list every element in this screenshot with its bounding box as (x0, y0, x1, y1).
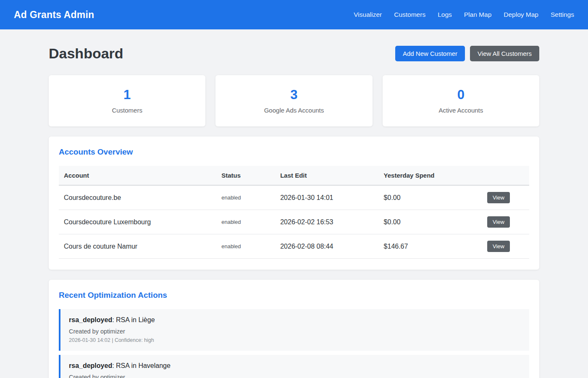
accounts-table-header-row: Account Status Last Edit Yesterday Spend (59, 166, 529, 185)
add-new-customer-button[interactable]: Add New Customer (395, 46, 465, 61)
stat-label-active-accounts: Active Accounts (438, 107, 483, 114)
account-name: Cours de couture Namur (59, 234, 216, 259)
view-account-button[interactable]: View (487, 216, 510, 228)
list-item: rsa_deployed: RSA in Havelange Created b… (59, 355, 529, 378)
nav-item-plan-map[interactable]: Plan Map (464, 11, 491, 18)
stat-label-google-ads-accounts: Google Ads Accounts (264, 107, 324, 114)
header-buttons: Add New Customer View All Customers (395, 46, 539, 61)
account-status: enabled (216, 185, 275, 210)
nav-item-visualizer[interactable]: Visualizer (354, 11, 382, 18)
action-type: rsa_deployed (69, 316, 112, 323)
account-status: enabled (216, 234, 275, 259)
action-list: rsa_deployed: RSA in Liège Created by op… (59, 309, 529, 378)
action-meta: 2026-01-30 14:02 | Confidence: high (69, 337, 521, 343)
action-created-by: Created by optimizer (69, 328, 521, 335)
view-all-customers-button[interactable]: View All Customers (470, 46, 539, 61)
table-row: Cours de couture Namur enabled 2026-02-0… (59, 234, 529, 259)
accounts-table: Account Status Last Edit Yesterday Spend… (59, 166, 529, 259)
nav-item-deploy-map[interactable]: Deploy Map (504, 11, 538, 18)
account-last-edit: 2026-02-08 08:44 (275, 234, 378, 259)
accounts-overview-card: Accounts Overview Account Status Last Ed… (49, 136, 539, 270)
column-header-status: Status (216, 166, 275, 185)
column-header-yesterday-spend: Yesterday Spend (379, 166, 482, 185)
account-status: enabled (216, 210, 275, 234)
column-header-last-edit: Last Edit (275, 166, 378, 185)
recent-optimization-actions-card: Recent Optimization Actions rsa_deployed… (49, 280, 539, 378)
action-title: rsa_deployed: RSA in Havelange (69, 362, 521, 370)
nav-item-customers[interactable]: Customers (394, 11, 425, 18)
page-title: Dashboard (49, 45, 123, 62)
account-yesterday-spend: $0.00 (379, 210, 482, 234)
stat-card-customers: 1 Customers (49, 75, 205, 126)
stat-card-google-ads-accounts: 3 Google Ads Accounts (215, 75, 372, 126)
account-last-edit: 2026-02-02 16:53 (275, 210, 378, 234)
view-account-button[interactable]: View (487, 241, 510, 252)
action-type: rsa_deployed (69, 362, 112, 369)
account-yesterday-spend: $0.00 (379, 185, 482, 210)
column-header-account: Account (59, 166, 216, 185)
action-description: : RSA in Liège (112, 316, 155, 323)
account-name: Coursdecouture.be (59, 185, 216, 210)
app-brand[interactable]: Ad Grants Admin (14, 9, 94, 21)
stat-value-active-accounts: 0 (457, 88, 465, 101)
account-last-edit: 2026-01-30 14:01 (275, 185, 378, 210)
account-name: Coursdecouture Luxembourg (59, 210, 216, 234)
list-item: rsa_deployed: RSA in Liège Created by op… (59, 309, 529, 351)
view-account-button[interactable]: View (487, 192, 510, 203)
account-yesterday-spend: $146.67 (379, 234, 482, 259)
accounts-overview-heading: Accounts Overview (59, 147, 529, 157)
table-row: Coursdecouture Luxembourg enabled 2026-0… (59, 210, 529, 234)
nav-item-settings[interactable]: Settings (551, 11, 574, 18)
top-navbar: Ad Grants Admin Visualizer Customers Log… (0, 0, 588, 29)
table-row: Coursdecouture.be enabled 2026-01-30 14:… (59, 185, 529, 210)
stats-row: 1 Customers 3 Google Ads Accounts 0 Acti… (49, 75, 539, 126)
nav-item-logs[interactable]: Logs (438, 11, 452, 18)
stat-value-customers: 1 (123, 88, 131, 101)
stat-label-customers: Customers (112, 107, 142, 114)
action-title: rsa_deployed: RSA in Liège (69, 316, 521, 324)
stat-card-active-accounts: 0 Active Accounts (383, 75, 539, 126)
action-description: : RSA in Havelange (112, 362, 171, 369)
stat-value-google-ads-accounts: 3 (290, 88, 297, 101)
nav-links: Visualizer Customers Logs Plan Map Deplo… (354, 11, 574, 18)
recent-optimization-actions-heading: Recent Optimization Actions (59, 291, 529, 300)
page-header: Dashboard Add New Customer View All Cust… (49, 45, 539, 62)
action-created-by: Created by optimizer (69, 374, 521, 378)
column-header-action (482, 166, 529, 185)
